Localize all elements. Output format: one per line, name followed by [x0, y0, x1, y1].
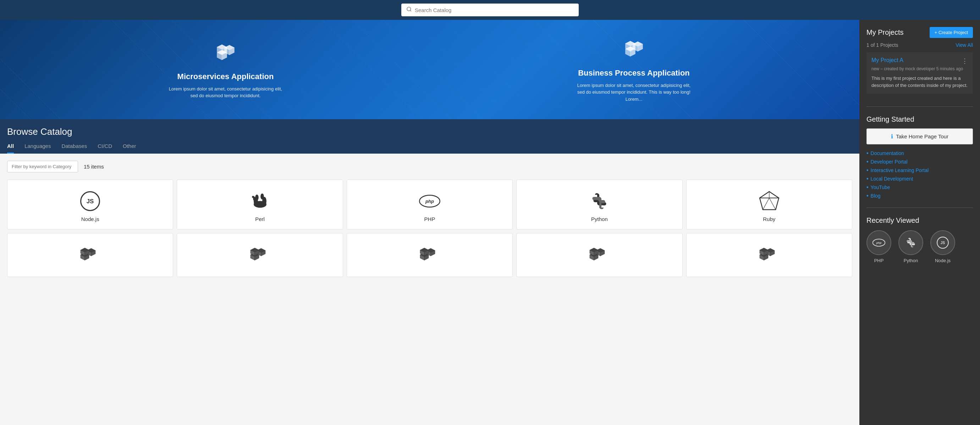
catalog-item-php-label: PHP: [424, 216, 435, 222]
catalog-filter-row: 15 items: [7, 161, 852, 172]
search-input[interactable]: [415, 7, 574, 13]
rv-item-php[interactable]: php PHP: [867, 230, 891, 263]
hero-card-1-title: Microservices Application: [169, 72, 282, 81]
svg-line-36: [769, 198, 776, 210]
tab-databases[interactable]: Databases: [61, 143, 87, 154]
cubes-icon-app2: [250, 244, 271, 265]
catalog-item-app3[interactable]: [347, 233, 513, 277]
hero-card-2-desc: Lorem ipsum dolor sit amet, consectetur …: [577, 82, 691, 103]
cubes-icon-app5: [759, 244, 780, 265]
python-icon: [589, 191, 610, 212]
content-area: Microservices Application Lorem ipsum do…: [0, 20, 859, 425]
tab-all[interactable]: All: [7, 143, 14, 154]
project-card: My Project A ⋮ new – created by mock dev…: [867, 52, 973, 94]
link-developer-portal-anchor[interactable]: Developer Portal: [871, 159, 908, 165]
projects-count-row: 1 of 1 Projects View All: [867, 42, 973, 48]
svg-text:php: php: [876, 241, 882, 244]
catalog-item-python[interactable]: Python: [516, 180, 682, 229]
link-youtube: YouTube: [867, 184, 973, 191]
rv-php-label: PHP: [874, 258, 884, 263]
catalog-item-nodejs[interactable]: JS Node.js: [7, 180, 173, 229]
cubes-icon-app1: [80, 244, 101, 265]
projects-header: My Projects + Create Project: [867, 27, 973, 38]
catalog-item-php[interactable]: php PHP: [347, 180, 513, 229]
link-interactive-learning-anchor[interactable]: Interactive Learning Portal: [871, 167, 929, 173]
search-container: [401, 3, 579, 16]
svg-line-35: [763, 198, 769, 210]
right-sidebar: My Projects + Create Project 1 of 1 Proj…: [859, 20, 980, 425]
project-name[interactable]: My Project A: [872, 57, 904, 64]
hero-card-1-desc: Lorem ipsum dolor sit amet, consectetur …: [169, 86, 282, 99]
svg-point-32: [601, 205, 603, 207]
info-icon: ℹ: [891, 133, 893, 140]
ruby-icon: [759, 191, 780, 212]
rv-python-icon: [898, 230, 923, 255]
link-documentation: Documentation: [867, 150, 973, 156]
link-interactive-learning: Interactive Learning Portal: [867, 167, 973, 174]
php-icon: php: [419, 191, 440, 212]
rv-item-python[interactable]: Python: [898, 230, 923, 263]
recently-viewed-section: Recently Viewed php PHP: [867, 216, 973, 263]
perl-icon: [250, 191, 271, 212]
create-project-button[interactable]: + Create Project: [930, 27, 973, 38]
link-documentation-anchor[interactable]: Documentation: [871, 150, 904, 156]
project-menu-icon[interactable]: ⋮: [962, 57, 968, 65]
hero-card-2[interactable]: Business Process Application Lorem ipsum…: [577, 37, 691, 103]
rv-python-label: Python: [904, 258, 918, 263]
catalog-item-app2[interactable]: [177, 233, 343, 277]
getting-started-title: Getting Started: [867, 115, 973, 123]
view-all-link[interactable]: View All: [956, 42, 973, 48]
link-blog: Blog: [867, 193, 973, 199]
search-icon: [406, 6, 412, 13]
rv-nodejs-label: Node.js: [935, 258, 951, 263]
getting-started-links: Documentation Developer Portal Interacti…: [867, 150, 973, 199]
svg-text:JS: JS: [940, 241, 945, 245]
link-local-dev: Local Development: [867, 176, 973, 182]
cubes-icon-app4: [589, 244, 610, 265]
svg-point-31: [596, 196, 598, 197]
catalog-item-perl[interactable]: Perl: [177, 180, 343, 229]
link-local-dev-anchor[interactable]: Local Development: [871, 176, 913, 181]
projects-count: 1 of 1 Projects: [867, 42, 898, 48]
recently-viewed-title: Recently Viewed: [867, 216, 973, 224]
rv-item-nodejs[interactable]: JS Node.js: [930, 230, 955, 263]
project-desc: This is my first project created and her…: [872, 75, 968, 89]
hero-banner: Microservices Application Lorem ipsum do…: [0, 20, 859, 119]
catalog-item-ruby-label: Ruby: [763, 216, 775, 222]
catalog-item-app5[interactable]: [686, 233, 852, 277]
main-layout: Microservices Application Lorem ipsum do…: [0, 20, 980, 425]
link-blog-anchor[interactable]: Blog: [871, 193, 881, 199]
catalog-item-app1[interactable]: [7, 233, 173, 277]
catalog-item-nodejs-label: Node.js: [81, 216, 99, 222]
catalog-grid: JS Node.js: [7, 180, 852, 277]
browse-section: Browse Catalog All Languages Databases C…: [0, 119, 859, 154]
cubes-icon-app3: [419, 244, 440, 265]
tab-languages[interactable]: Languages: [24, 143, 51, 154]
items-count: 15 items: [84, 164, 104, 170]
project-meta: new – created by mock developer 5 minute…: [872, 66, 968, 71]
catalog-item-python-label: Python: [591, 216, 608, 222]
catalog-item-ruby[interactable]: Ruby: [686, 180, 852, 229]
link-youtube-anchor[interactable]: YouTube: [871, 185, 890, 190]
tab-other[interactable]: Other: [123, 143, 136, 154]
rv-php-icon: php: [867, 230, 891, 255]
take-tour-button[interactable]: ℹ Take Home Page Tour: [867, 129, 973, 144]
filter-input[interactable]: [7, 161, 78, 172]
projects-title: My Projects: [867, 29, 904, 37]
svg-line-37: [760, 191, 769, 198]
tab-cicd[interactable]: CI/CD: [97, 143, 112, 154]
hero-card-2-title: Business Process Application: [577, 68, 691, 78]
svg-text:JS: JS: [87, 198, 94, 205]
catalog-area: 15 items JS Node.js: [0, 154, 859, 425]
hero-card-1[interactable]: Microservices Application Lorem ipsum do…: [169, 40, 282, 99]
svg-point-26: [261, 193, 264, 199]
svg-line-1: [410, 10, 411, 11]
getting-started-section: Getting Started ℹ Take Home Page Tour Do…: [867, 115, 973, 199]
svg-point-28: [252, 196, 254, 198]
project-card-header: My Project A ⋮: [872, 57, 968, 65]
catalog-item-app4[interactable]: [516, 233, 682, 277]
nodejs-icon: JS: [80, 191, 101, 212]
divider-1: [867, 107, 973, 107]
svg-point-25: [255, 194, 259, 201]
divider-2: [867, 207, 973, 208]
